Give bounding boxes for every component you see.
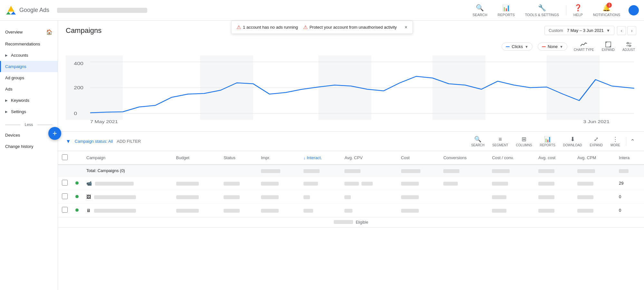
chart-container: Clicks ▼ None ▼ CHART TYPE bbox=[58, 38, 644, 131]
search-nav-item[interactable]: 🔍 SEARCH bbox=[468, 1, 492, 19]
date-prev-button[interactable]: ‹ bbox=[617, 26, 626, 35]
home-icon: 🏠 bbox=[46, 29, 53, 35]
row3-cost-blurred bbox=[401, 209, 419, 213]
total-avg-cpm-blurred bbox=[577, 169, 595, 173]
toolbar-divider bbox=[626, 137, 626, 146]
row3-interactions-cell bbox=[300, 204, 341, 217]
collapse-button[interactable]: ⌃ bbox=[629, 137, 636, 146]
sidebar-item-change-history[interactable]: Change history bbox=[0, 141, 58, 152]
row3-budget-blurred bbox=[176, 209, 199, 213]
fab-add-button[interactable]: + bbox=[48, 127, 61, 140]
horizontal-scrollbar[interactable] bbox=[58, 227, 644, 231]
row3-cost-conv-cell bbox=[488, 204, 534, 217]
filter-icon: ▼ bbox=[66, 139, 71, 144]
download-button[interactable]: ⬇ DOWNLOAD bbox=[560, 134, 585, 148]
expand-table-button[interactable]: ⤢ EXPAND bbox=[587, 134, 606, 148]
row3-checkbox-cell[interactable] bbox=[58, 204, 72, 217]
th-campaign[interactable]: Campaign bbox=[82, 151, 172, 165]
expand-icon bbox=[605, 42, 611, 47]
row1-impr-blurred bbox=[261, 182, 279, 186]
row1-campaign-cell[interactable]: 📹 bbox=[82, 177, 172, 190]
total-avg-cpm-cell bbox=[573, 165, 615, 177]
sidebar-item-settings[interactable]: ▶ Settings bbox=[0, 106, 58, 117]
row1-checkbox[interactable] bbox=[62, 180, 68, 186]
help-nav-item[interactable]: ❓ HELP bbox=[569, 1, 587, 19]
expand-label: EXPAND bbox=[602, 48, 615, 52]
row1-checkbox-cell[interactable] bbox=[58, 177, 72, 190]
row3-avg-cost-cell bbox=[534, 204, 573, 217]
sidebar-item-accounts[interactable]: ▶ Accounts bbox=[0, 50, 58, 61]
row1-avg-cpv-cell bbox=[341, 177, 397, 190]
select-all-checkbox[interactable] bbox=[62, 154, 68, 160]
th-interactions[interactable]: ↓ Interact. bbox=[300, 151, 341, 165]
th-cost[interactable]: Cost bbox=[397, 151, 440, 165]
row2-status-cell bbox=[72, 190, 82, 204]
sidebar-item-overview[interactable]: Overview 🏠 bbox=[0, 26, 58, 38]
date-next-button[interactable]: › bbox=[627, 26, 636, 35]
sidebar-item-campaigns[interactable]: Campaigns bbox=[0, 61, 58, 72]
row1-status-text-cell bbox=[220, 177, 257, 190]
row2-checkbox[interactable] bbox=[62, 193, 68, 199]
segment-button[interactable]: ≡ SEGMENT bbox=[489, 135, 511, 148]
sidebar-less-section[interactable]: Less bbox=[0, 120, 58, 130]
clicks-metric-pill[interactable]: Clicks ▼ bbox=[502, 43, 533, 51]
row1-status-cell bbox=[72, 177, 82, 190]
settings-label: Settings bbox=[11, 109, 26, 114]
sidebar-item-ads[interactable]: Ads bbox=[0, 83, 58, 95]
th-avg-cpv[interactable]: Avg. CPV bbox=[341, 151, 397, 165]
devices-label: Devices bbox=[5, 133, 20, 138]
row2-avg-cpv-blurred bbox=[344, 195, 351, 199]
th-impr[interactable]: Impr. bbox=[257, 151, 300, 165]
row3-campaign-type-icon: 🖥 bbox=[86, 208, 91, 213]
svg-text:7 May 2021: 7 May 2021 bbox=[90, 120, 118, 124]
th-conversions[interactable]: Conversions bbox=[439, 151, 488, 165]
none-metric-pill[interactable]: None ▼ bbox=[538, 43, 567, 51]
notif-close-button[interactable]: × bbox=[405, 24, 408, 30]
svg-text:3 Jun 2021: 3 Jun 2021 bbox=[583, 120, 610, 124]
reports-button[interactable]: 📊 REPORTS bbox=[537, 134, 559, 148]
svg-marker-4 bbox=[8, 6, 14, 12]
row3-budget-cell bbox=[172, 204, 220, 217]
th-cost-conv[interactable]: Cost / conv. bbox=[488, 151, 534, 165]
row2-campaign-cell[interactable]: 🖼 bbox=[82, 190, 172, 204]
th-avg-cpm[interactable]: Avg. CPM bbox=[573, 151, 615, 165]
table-row: 🖥 bbox=[58, 204, 644, 217]
total-intera2-blurred bbox=[619, 169, 629, 173]
th-avg-cost[interactable]: Avg. cost bbox=[534, 151, 573, 165]
sidebar-item-recommendations[interactable]: Recommendations bbox=[0, 38, 58, 50]
sidebar: Overview 🏠 Recommendations ▶ Accounts Ca… bbox=[0, 21, 58, 290]
row2-checkbox-cell[interactable] bbox=[58, 190, 72, 204]
table-search-button[interactable]: 🔍 SEARCH bbox=[468, 134, 488, 148]
columns-button[interactable]: ⊞ COLUMNS bbox=[513, 134, 535, 148]
th-intera2[interactable]: Intera bbox=[615, 151, 644, 165]
table-head: Campaign Budget Status Impr. bbox=[58, 151, 644, 165]
total-cost-blurred bbox=[401, 169, 420, 173]
search-nav-label: SEARCH bbox=[473, 13, 487, 17]
user-avatar[interactable] bbox=[629, 5, 639, 15]
reports-nav-item[interactable]: 📊 REPORTS bbox=[493, 1, 519, 19]
clicks-metric-label: Clicks bbox=[512, 44, 523, 49]
sidebar-item-keywords[interactable]: ▶ Keywords bbox=[0, 95, 58, 106]
campaign-status-filter[interactable]: Campaign status: All bbox=[75, 139, 113, 144]
sidebar-item-ad-groups[interactable]: Ad groups bbox=[0, 72, 58, 83]
adjust-chart-button[interactable]: ADJUST bbox=[621, 40, 636, 53]
row3-checkbox[interactable] bbox=[62, 207, 68, 213]
none-dropdown-icon: ▼ bbox=[560, 45, 563, 49]
add-filter-button[interactable]: ADD FILTER bbox=[117, 139, 141, 144]
tools-nav-item[interactable]: 🔧 TOOLS & SETTINGS bbox=[521, 1, 564, 19]
th-budget[interactable]: Budget bbox=[172, 151, 220, 165]
row1-impr-cell bbox=[257, 177, 300, 190]
th-status[interactable]: Status bbox=[220, 151, 257, 165]
row3-impr-blurred bbox=[261, 209, 279, 213]
cost-conv-col-label: Cost / conv. bbox=[492, 155, 514, 160]
total-impr-cell bbox=[257, 165, 300, 177]
row3-campaign-cell[interactable]: 🖥 bbox=[82, 204, 172, 217]
expand-chart-button[interactable]: EXPAND bbox=[601, 40, 616, 53]
chart-type-button[interactable]: CHART TYPE bbox=[572, 40, 595, 53]
row1-interactions-blurred bbox=[303, 182, 318, 186]
notifications-nav-item[interactable]: 🔔 1 NOTIFICATIONS bbox=[589, 1, 625, 19]
date-range-picker[interactable]: Custom 7 May – 3 Jun 2021 ▼ bbox=[544, 26, 614, 35]
accounts-label: Accounts bbox=[11, 53, 28, 58]
more-button[interactable]: ⋮ MORE bbox=[607, 134, 623, 148]
row1-avg-cpv-blurred bbox=[344, 182, 359, 186]
